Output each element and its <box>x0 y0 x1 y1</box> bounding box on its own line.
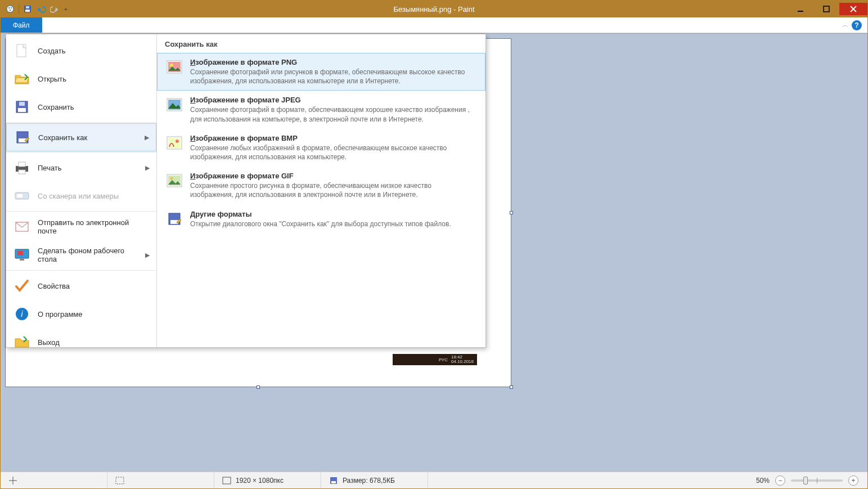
jpeg-icon <box>165 96 183 114</box>
tray-date: 04.10.2018 <box>451 360 474 364</box>
svg-rect-25 <box>20 259 24 261</box>
save-as-gif[interactable]: Изображение в формате GIF Сохранение про… <box>157 167 485 204</box>
resize-handle-south[interactable] <box>257 385 260 389</box>
svg-rect-6 <box>26 6 29 8</box>
submenu-arrow-icon: ▶ <box>145 164 150 172</box>
undo-icon[interactable] <box>35 3 47 15</box>
bmp-icon <box>165 134 183 152</box>
svg-rect-5 <box>25 10 30 12</box>
menu-item-save-as[interactable]: Сохранить как ▶ <box>6 123 156 151</box>
disk-icon <box>329 476 338 485</box>
menu-item-print[interactable]: Печать ▶ <box>6 154 156 182</box>
menu-item-properties[interactable]: Свойства <box>6 272 156 300</box>
quick-access-toolbar <box>1 3 70 15</box>
svg-rect-24 <box>17 251 23 255</box>
svg-point-38 <box>170 177 173 180</box>
svg-point-1 <box>8 7 10 8</box>
svg-rect-18 <box>19 162 25 167</box>
svg-rect-14 <box>19 102 25 106</box>
svg-point-35 <box>176 140 179 143</box>
zoom-out-button[interactable]: − <box>775 475 785 486</box>
title-bar: Безымянный.png - Paint <box>1 1 867 17</box>
menu-item-exit[interactable]: Выход <box>6 328 156 356</box>
menu-item-email[interactable]: Отправить по электронной почте <box>6 213 156 241</box>
svg-point-30 <box>170 64 173 67</box>
close-button[interactable] <box>839 3 867 15</box>
save-icon[interactable] <box>21 3 34 15</box>
format-title: Изображение в формате GIF <box>190 172 471 180</box>
menu-item-save[interactable]: Сохранить <box>6 93 156 121</box>
dimensions-text: 1920 × 1080пкс <box>236 477 284 484</box>
submenu-list: Изображение в формате PNG Сохранение фот… <box>157 53 485 347</box>
save-as-png[interactable]: Изображение в формате PNG Сохранение фот… <box>157 53 485 91</box>
menu-item-new[interactable]: Создать <box>6 37 156 65</box>
zoom-in-button[interactable]: + <box>848 475 858 486</box>
menu-label: Сделать фоном рабочего стола <box>38 246 138 263</box>
menu-separator <box>6 152 156 152</box>
zoom-slider-thumb[interactable] <box>803 477 808 484</box>
svg-rect-46 <box>331 481 336 483</box>
save-disk-icon <box>13 98 31 116</box>
resize-handle-southeast[interactable] <box>510 385 513 389</box>
redo-icon[interactable] <box>48 3 61 15</box>
menu-label: Свойства <box>38 282 70 290</box>
file-tab[interactable]: Файл <box>1 17 42 33</box>
status-bar: 1920 × 1080пкс Размер: 678,5КБ 50% − + <box>1 472 867 488</box>
ribbon-tabs: Файл ︿ ? <box>1 17 867 33</box>
svg-rect-44 <box>223 477 231 484</box>
other-formats-icon <box>165 210 183 228</box>
menu-label: Отправить по электронной почте <box>38 218 150 235</box>
zoom-slider[interactable] <box>791 479 843 482</box>
svg-rect-19 <box>19 170 25 174</box>
submenu-arrow-icon: ▶ <box>145 252 150 259</box>
svg-point-2 <box>11 7 12 8</box>
submenu-arrow-icon: ▶ <box>145 134 149 141</box>
dimensions-icon <box>222 476 231 485</box>
menu-label: О программе <box>38 310 83 318</box>
format-title: Другие форматы <box>190 210 451 218</box>
svg-point-0 <box>7 6 14 12</box>
svg-rect-21 <box>17 194 23 198</box>
exit-icon <box>13 333 31 351</box>
format-title: Изображение в формате PNG <box>190 58 471 66</box>
gif-icon <box>165 172 183 190</box>
status-dimensions: 1920 × 1080пкс <box>214 472 321 488</box>
filesize-text: Размер: 678,5КБ <box>343 477 395 484</box>
menu-separator <box>6 270 156 271</box>
save-as-jpeg[interactable]: Изображение в формате JPEG Сохранение фо… <box>157 91 485 128</box>
file-menu: Создать Открыть Сохранить Сохранить как … <box>6 34 486 348</box>
help-icon[interactable]: ? <box>852 20 862 30</box>
menu-label: Выход <box>38 338 60 347</box>
save-as-other[interactable]: Другие форматы Открытие диалогового окна… <box>157 205 485 234</box>
format-desc: Сохранение любых изображений в формате, … <box>190 143 471 161</box>
crosshair-icon <box>8 476 17 485</box>
svg-rect-8 <box>824 6 829 12</box>
menu-label: Сохранить как <box>38 133 87 142</box>
format-desc: Сохранение простого рисунка в формате, о… <box>190 181 471 199</box>
file-menu-right: Сохранить как Изображение в формате PNG … <box>157 34 485 347</box>
ribbon-collapse-icon[interactable]: ︿ <box>842 21 848 29</box>
menu-item-open[interactable]: Открыть <box>6 65 156 93</box>
window-controls <box>788 3 867 15</box>
menu-item-about[interactable]: i О программе <box>6 300 156 328</box>
minimize-button[interactable] <box>788 3 813 15</box>
save-as-bmp[interactable]: Изображение в формате BMP Сохранение люб… <box>157 129 485 167</box>
desktop-icon <box>13 246 31 264</box>
menu-label: Открыть <box>38 75 66 83</box>
menu-item-wallpaper[interactable]: Сделать фоном рабочего стола ▶ <box>6 241 156 269</box>
status-cursor-pos <box>1 472 107 488</box>
format-desc: Сохранение фотографий в формате, обеспеч… <box>190 105 471 123</box>
scanner-icon <box>13 187 31 205</box>
menu-separator <box>6 211 156 212</box>
resize-handle-east[interactable] <box>510 211 513 214</box>
save-as-icon <box>14 128 32 146</box>
menu-label: Сохранить <box>38 103 74 111</box>
new-file-icon <box>13 42 31 60</box>
qat-customize-icon[interactable] <box>62 3 70 15</box>
svg-rect-43 <box>116 477 124 484</box>
window-title: Безымянный.png - Paint <box>393 5 474 14</box>
png-icon <box>165 58 183 76</box>
maximize-button[interactable] <box>813 3 839 15</box>
qat-separator <box>19 4 19 14</box>
paint-app-icon[interactable] <box>4 3 16 15</box>
